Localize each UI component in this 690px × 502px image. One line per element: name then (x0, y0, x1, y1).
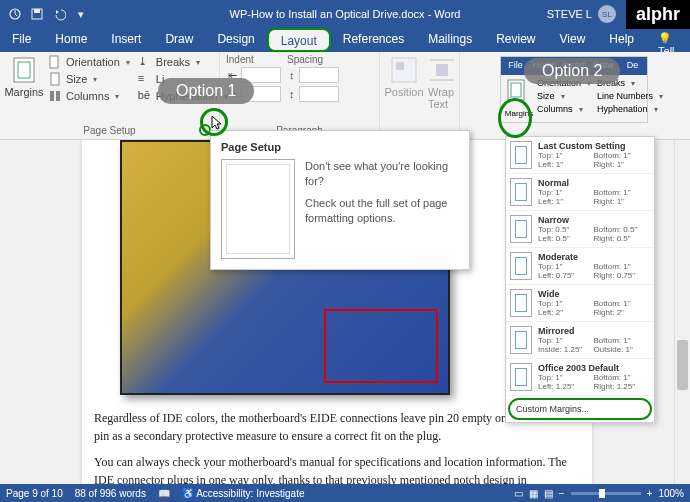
svg-rect-7 (50, 56, 58, 68)
ep-size[interactable]: Size▾ (535, 90, 593, 102)
autosave-icon[interactable] (8, 7, 22, 21)
tab-layout[interactable]: Layout (267, 28, 331, 52)
view-read-icon[interactable]: ▭ (514, 488, 523, 499)
zoom-slider[interactable] (571, 492, 641, 495)
margins-preset-icon (510, 289, 532, 317)
tab-insert[interactable]: Insert (99, 28, 153, 52)
qat-more-icon[interactable]: ▾ (74, 7, 88, 21)
save-icon[interactable] (30, 7, 44, 21)
columns-icon (48, 89, 62, 103)
user-name[interactable]: STEVE L (547, 8, 592, 20)
svg-rect-10 (56, 91, 60, 101)
svg-rect-8 (51, 73, 59, 85)
line-numbers-icon: ≡ (138, 72, 152, 86)
margins-preset-last-custom-setting[interactable]: Last Custom SettingTop: 1"Bottom: 1"Left… (506, 137, 654, 174)
margins-dropdown: Last Custom SettingTop: 1"Bottom: 1"Left… (505, 136, 655, 423)
undo-icon[interactable] (52, 7, 66, 21)
status-page[interactable]: Page 9 of 10 (6, 488, 63, 499)
cursor-icon (210, 114, 226, 130)
status-accessibility[interactable]: ♿ Accessibility: Investigate (182, 488, 305, 499)
columns-button[interactable]: Columns▾ (46, 88, 132, 104)
svg-rect-13 (436, 64, 448, 76)
zoom-in-button[interactable]: + (647, 488, 653, 499)
tooltip-title: Page Setup (221, 141, 459, 153)
document-paragraph-2[interactable]: You can always check your motherboard's … (94, 449, 580, 484)
ribbon-tab-strip: File Home Insert Draw Design Layout Refe… (0, 28, 690, 52)
margins-preset-normal[interactable]: NormalTop: 1"Bottom: 1"Left: 1"Right: 1" (506, 174, 654, 211)
tab-draw[interactable]: Draw (153, 28, 205, 52)
share-button[interactable]: 👤 Share (687, 28, 690, 52)
tooltip-question: Don't see what you're looking for? (305, 159, 459, 190)
zoom-out-button[interactable]: − (559, 488, 565, 499)
hyphenation-icon: bē (138, 89, 152, 103)
ep-hyphenation[interactable]: Hyphenation▾ (595, 103, 665, 115)
zoom-level[interactable]: 100% (658, 488, 684, 499)
orientation-button[interactable]: Orientation▾ (46, 54, 132, 70)
tab-help[interactable]: Help (597, 28, 646, 52)
svg-rect-9 (50, 91, 54, 101)
margins-preset-office-2003-default[interactable]: Office 2003 DefaultTop: 1"Bottom: 1"Left… (506, 359, 654, 396)
ep-columns[interactable]: Columns▾ (535, 103, 593, 115)
ep-line-numbers[interactable]: Line Numbers▾ (595, 90, 665, 102)
title-bar: ▾ WP-How to Install an Optical Drive.doc… (0, 0, 690, 28)
spacing-after-input[interactable]: ↕ (287, 85, 341, 103)
margins-preset-narrow[interactable]: NarrowTop: 0.5"Bottom: 0.5"Left: 0.5"Rig… (506, 211, 654, 248)
tab-references[interactable]: References (331, 28, 416, 52)
alphr-watermark: alphr (626, 0, 690, 29)
margins-icon (10, 56, 38, 84)
vertical-scrollbar[interactable] (674, 140, 690, 484)
spacing-label: Spacing (287, 54, 341, 65)
tab-design[interactable]: Design (205, 28, 266, 52)
size-icon (48, 72, 62, 86)
wrap-text-icon (428, 56, 456, 84)
tab-view[interactable]: View (548, 28, 598, 52)
margins-preset-icon (510, 326, 532, 354)
margins-preset-icon (510, 141, 532, 169)
user-avatar[interactable]: SL (598, 5, 616, 23)
position-button[interactable]: Position (386, 54, 422, 137)
option-2-circle (498, 98, 532, 138)
status-bar: Page 9 of 10 88 of 996 words 📖 ♿ Accessi… (0, 484, 690, 502)
tooltip-body: Check out the full set of page formattin… (305, 196, 459, 227)
page-setup-group-label: Page Setup ↘ (6, 124, 213, 137)
margins-preset-wide[interactable]: WideTop: 1"Bottom: 1"Left: 2"Right: 2" (506, 285, 654, 322)
spacing-before-input[interactable]: ↕ (287, 66, 341, 84)
position-icon (390, 56, 418, 84)
page-setup-tooltip: Page Setup Don't see what you're looking… (210, 130, 470, 270)
tab-review[interactable]: Review (484, 28, 547, 52)
document-title: WP-How to Install an Optical Drive.docx … (230, 8, 461, 20)
tab-file[interactable]: File (0, 28, 43, 52)
svg-rect-12 (396, 62, 404, 70)
option-1-callout: Option 1 (158, 78, 254, 104)
tell-me-button[interactable]: 💡 Tell me (646, 28, 687, 52)
margins-preset-moderate[interactable]: ModerateTop: 1"Bottom: 1"Left: 0.75"Righ… (506, 248, 654, 285)
view-print-icon[interactable]: ▦ (529, 488, 538, 499)
orientation-icon (48, 55, 62, 69)
spacing-after-icon: ↕ (289, 88, 295, 100)
tab-home[interactable]: Home (43, 28, 99, 52)
svg-rect-2 (34, 9, 40, 13)
view-web-icon[interactable]: ▤ (544, 488, 553, 499)
spacing-before-icon: ↕ (289, 69, 295, 81)
margins-preset-icon (510, 363, 532, 391)
breaks-icon: ⤓ (138, 55, 152, 69)
scrollbar-thumb[interactable] (677, 340, 688, 390)
indent-label: Indent (226, 54, 283, 65)
status-words[interactable]: 88 of 996 words (75, 488, 146, 499)
tab-mailings[interactable]: Mailings (416, 28, 484, 52)
option-2-callout: Option 2 (524, 58, 620, 84)
status-proofing-icon[interactable]: 📖 (158, 488, 170, 499)
wrap-text-button[interactable]: Wrap Text (426, 54, 458, 137)
margins-preset-icon (510, 252, 532, 280)
size-button[interactable]: Size▾ (46, 71, 132, 87)
margins-button[interactable]: Margins (6, 54, 42, 124)
tooltip-preview (221, 159, 295, 259)
margins-preset-mirrored[interactable]: MirroredTop: 1"Bottom: 1"Inside: 1.25"Ou… (506, 322, 654, 359)
ep-tab-de[interactable]: De (618, 57, 647, 75)
margins-preset-icon (510, 178, 532, 206)
margins-preset-icon (510, 215, 532, 243)
breaks-button[interactable]: ⤓Breaks▾ (136, 54, 230, 70)
custom-margins-item[interactable]: Custom Margins... (508, 398, 652, 420)
